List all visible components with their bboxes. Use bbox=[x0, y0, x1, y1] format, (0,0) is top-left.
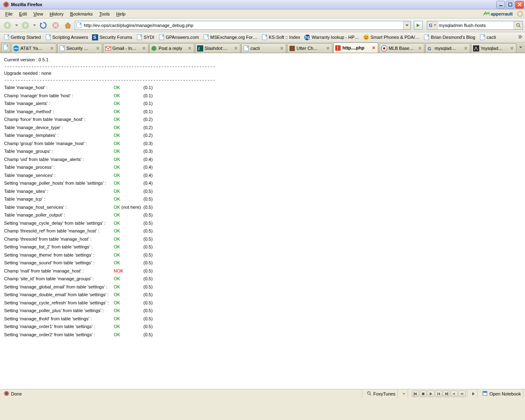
svg-rect-3 bbox=[509, 3, 512, 6]
search-box[interactable]: G bbox=[427, 21, 523, 30]
media-voldown-button[interactable] bbox=[451, 391, 458, 397]
bookmark-icon bbox=[363, 34, 369, 40]
tab[interactable]: Gmail - In… bbox=[103, 43, 148, 53]
forward-button[interactable] bbox=[20, 20, 31, 31]
status-text: Done bbox=[11, 391, 22, 396]
back-button[interactable] bbox=[2, 20, 13, 31]
tab[interactable]: 'mysqlad… bbox=[471, 43, 516, 53]
tab-favicon-icon bbox=[13, 45, 19, 51]
back-history-dropdown[interactable] bbox=[14, 25, 18, 26]
open-notebook-pane[interactable]: Open Notebook bbox=[480, 389, 523, 398]
bookmark-icon bbox=[137, 34, 143, 40]
url-bar[interactable] bbox=[75, 21, 411, 30]
debug-label: Setting 'manage_list_2' from table 'sett… bbox=[4, 243, 114, 251]
tab-close-button[interactable] bbox=[463, 45, 469, 51]
bookmark-bar: Getting StartedScripting AnswersSSecurit… bbox=[0, 32, 525, 42]
media-stop-button[interactable] bbox=[420, 391, 427, 397]
tab-close-button[interactable] bbox=[187, 45, 193, 51]
tab-close-button[interactable] bbox=[371, 45, 377, 51]
bookmark-overflow[interactable] bbox=[517, 35, 523, 40]
minimize-button[interactable] bbox=[496, 1, 505, 9]
menu-edit[interactable]: Edit bbox=[16, 11, 30, 17]
tab-label: http....php bbox=[343, 45, 370, 50]
tab-close-button[interactable] bbox=[279, 45, 285, 51]
menu-help[interactable]: Help bbox=[113, 11, 129, 17]
bookmark-item[interactable]: SSecurity Forums bbox=[90, 34, 134, 41]
bookmark-item[interactable]: KS-Soft :: Index bbox=[260, 34, 302, 41]
page-body[interactable]: Current version : 0.5.1 ----------------… bbox=[0, 53, 525, 389]
debug-status: OK bbox=[114, 299, 144, 307]
media-next-button[interactable] bbox=[443, 391, 450, 397]
menu-bookmarks[interactable]: Bookmarks bbox=[67, 11, 96, 17]
bookmark-item[interactable]: Scripting Answers bbox=[43, 34, 90, 41]
search-engine-dropdown[interactable]: G bbox=[427, 21, 438, 29]
search-input[interactable] bbox=[438, 21, 514, 29]
tab-close-button[interactable] bbox=[417, 45, 423, 51]
media-prev-button[interactable] bbox=[412, 391, 419, 397]
media-play2[interactable] bbox=[470, 389, 478, 398]
nav-toolbar: G bbox=[0, 18, 525, 32]
tab-close-button[interactable] bbox=[95, 45, 101, 51]
debug-status: OK bbox=[114, 171, 144, 179]
tab-close-button[interactable] bbox=[325, 45, 331, 51]
debug-row: Setting 'manage_sound' from table 'setti… bbox=[4, 259, 154, 267]
bookmark-item[interactable]: Brian Desmond's Blog bbox=[422, 34, 477, 41]
bookmark-item[interactable]: MSExchange.org For… bbox=[201, 34, 259, 41]
reload-button[interactable] bbox=[38, 20, 49, 31]
bookmark-item[interactable]: SYDI bbox=[135, 34, 156, 41]
foxytunes-arrow[interactable] bbox=[400, 389, 408, 398]
tab[interactable]: !http....php bbox=[333, 42, 379, 53]
tab[interactable]: MLB Base… bbox=[379, 43, 424, 53]
home-button[interactable] bbox=[63, 20, 73, 31]
bookmark-item[interactable]: cacti bbox=[478, 34, 498, 41]
apperrault-icon bbox=[483, 11, 489, 17]
svg-point-32 bbox=[368, 391, 370, 394]
menu-tools[interactable]: Tools bbox=[96, 11, 113, 17]
foxytunes-pane[interactable]: FoxyTunes bbox=[365, 389, 398, 398]
debug-label: Table 'manage_templates' : bbox=[4, 131, 114, 139]
debug-row: Table 'manage_templates' :OK(0.2) bbox=[4, 131, 154, 139]
close-button[interactable] bbox=[515, 1, 524, 9]
apperrault-badge[interactable]: apperrault bbox=[481, 11, 515, 17]
bookmark-item[interactable]: GPAnswers.com bbox=[157, 34, 200, 41]
media-play-button[interactable] bbox=[427, 391, 435, 397]
tab[interactable]: AT&T Ya… bbox=[11, 43, 56, 53]
firefox-small-icon bbox=[4, 391, 9, 397]
search-go-button[interactable] bbox=[514, 21, 523, 29]
tab[interactable]: /Slashdot:… bbox=[195, 43, 240, 53]
bookmark-icon: hp bbox=[304, 34, 310, 40]
bookmark-item[interactable]: hpWarranty lookup - HP… bbox=[303, 34, 361, 41]
tab[interactable]: Security … bbox=[57, 43, 103, 53]
tab-close-button[interactable] bbox=[233, 45, 239, 51]
media-pause-button[interactable] bbox=[435, 391, 442, 397]
bookmark-item[interactable]: Smart Phones & PDA/… bbox=[361, 34, 421, 41]
bookmark-label: Brian Desmond's Blog bbox=[431, 35, 476, 40]
tab[interactable]: Gmysqlad… bbox=[425, 43, 471, 53]
tab-close-button[interactable] bbox=[509, 45, 515, 51]
debug-row: Champ 'mail' from table 'manage_host' :N… bbox=[4, 267, 154, 275]
tab-label: AT&T Ya… bbox=[20, 46, 48, 51]
maximize-button[interactable] bbox=[506, 1, 514, 9]
forward-history-dropdown[interactable] bbox=[32, 25, 36, 26]
bookmark-item[interactable]: Getting Started bbox=[2, 34, 43, 41]
media-volup-button[interactable] bbox=[458, 391, 466, 397]
stop-button[interactable] bbox=[50, 20, 61, 31]
tab-close-button[interactable] bbox=[141, 45, 147, 51]
bookmark-icon bbox=[3, 34, 9, 40]
debug-label: Table 'manage_device_type' : bbox=[4, 123, 114, 132]
list-tabs-dropdown[interactable] bbox=[517, 43, 524, 52]
tab[interactable]: Utter Ch… bbox=[287, 43, 332, 53]
new-tab-button[interactable] bbox=[1, 43, 10, 52]
svg-point-18 bbox=[13, 47, 19, 49]
menu-file[interactable]: File bbox=[2, 11, 16, 17]
menu-view[interactable]: View bbox=[30, 11, 47, 17]
debug-row: Setting 'manage_order1' from table 'sett… bbox=[4, 322, 154, 331]
tab-close-button[interactable] bbox=[49, 45, 55, 51]
url-dropdown[interactable] bbox=[403, 21, 411, 29]
menu-history[interactable]: History bbox=[46, 11, 67, 17]
go-button[interactable] bbox=[414, 21, 423, 30]
url-input[interactable] bbox=[83, 21, 403, 29]
debug-label: Setting 'manage_double_email' from table… bbox=[4, 290, 114, 299]
tab[interactable]: cacti bbox=[241, 43, 287, 53]
tab[interactable]: Post a reply bbox=[149, 43, 195, 53]
